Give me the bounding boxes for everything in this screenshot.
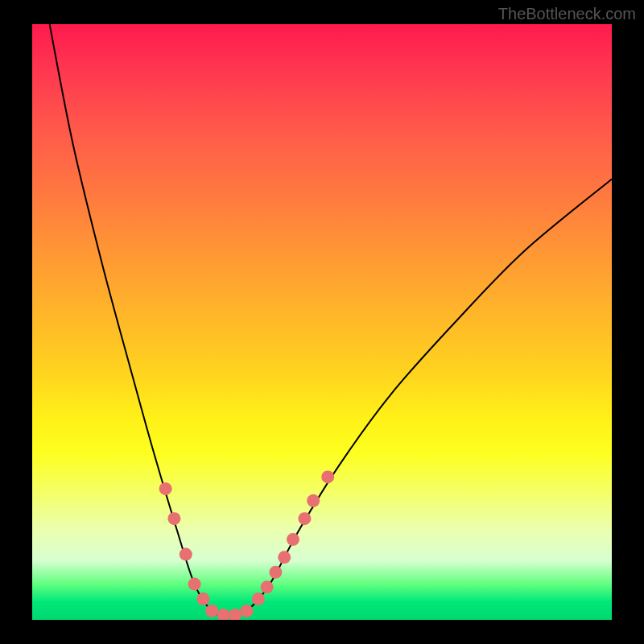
curve-marker (180, 548, 192, 561)
curve-svg (32, 24, 612, 620)
curve-marker (269, 566, 282, 579)
marker-group (159, 470, 335, 620)
curve-marker (321, 470, 334, 483)
curve-marker (307, 494, 320, 507)
watermark-label: TheBottleneck.com (498, 5, 636, 23)
curve-marker (261, 580, 274, 593)
curve-marker (278, 551, 291, 564)
curve-marker (159, 482, 172, 495)
curve-marker (229, 609, 242, 620)
curve-marker (240, 605, 253, 617)
curve-marker (188, 578, 201, 591)
curve-marker (298, 512, 311, 525)
plot-area (32, 24, 612, 620)
curve-marker (217, 609, 230, 620)
curve-marker (205, 605, 218, 617)
curve-marker (196, 592, 209, 605)
bottleneck-curve (50, 24, 612, 617)
curve-marker (167, 512, 180, 525)
curve-marker (252, 592, 265, 605)
curve-marker (287, 533, 299, 546)
